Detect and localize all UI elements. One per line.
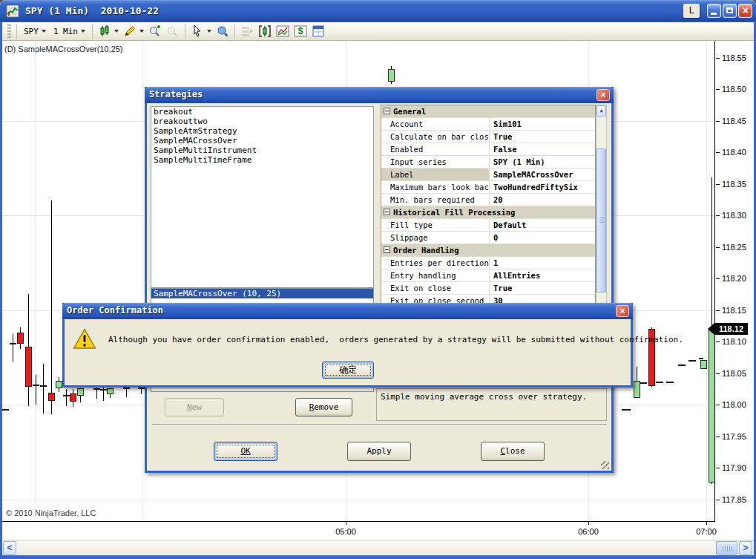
collapse-icon[interactable]: [384, 209, 390, 215]
collapse-icon[interactable]: [384, 246, 390, 253]
property-row[interactable]: EnabledFalse: [381, 143, 595, 156]
close-icon[interactable]: ×: [616, 305, 629, 317]
cursor-icon: [191, 24, 204, 38]
available-strategies-list[interactable]: breakoutbreakouttwoSampleAtmStrategySamp…: [151, 106, 374, 288]
property-row[interactable]: LabelSampleMACrossOver: [381, 169, 595, 181]
divider: [152, 424, 606, 425]
magnifier-icon: [216, 24, 229, 38]
toolbar-separator: [16, 24, 17, 39]
last-price-marker: 118.12: [708, 323, 748, 335]
candle-doji: [93, 388, 100, 390]
property-row[interactable]: Input seriesSPY (1 Min): [381, 156, 595, 169]
candle-wick: [43, 364, 44, 413]
chevron-down-icon: [81, 30, 85, 33]
property-row[interactable]: Slippage0: [381, 232, 595, 244]
ma-line-dash: [640, 382, 647, 384]
category-label: Order Handling: [393, 246, 459, 255]
data-box-button[interactable]: [214, 23, 231, 39]
scroll-up-button[interactable]: ▲: [596, 105, 606, 117]
strategy-list-item[interactable]: SampleMultiInstrument: [151, 146, 373, 155]
close-icon[interactable]: ×: [596, 89, 610, 101]
strategy-list-item[interactable]: SampleMultiTimeFrame: [151, 155, 373, 165]
remove-button[interactable]: Remove: [295, 398, 352, 416]
property-category-row[interactable]: Order Handling: [381, 244, 595, 257]
strategies-dialog-titlebar[interactable]: Strategies ×: [145, 87, 614, 103]
property-value: Sim101: [490, 118, 595, 130]
minimize-button[interactable]: [707, 4, 721, 18]
property-label: Calculate on bar clos: [381, 131, 490, 143]
ma-line-dash: [656, 382, 663, 383]
close-button[interactable]: Close: [481, 442, 545, 461]
candle-down: [70, 393, 76, 402]
scroll-left-button[interactable]: <: [3, 541, 16, 555]
drawing-tools-button[interactable]: [121, 23, 146, 39]
cursor-tool-button[interactable]: [188, 23, 214, 39]
indicators-icon: [276, 24, 289, 38]
chart-trader-button[interactable]: [238, 23, 256, 39]
interval-label: 1 Min: [53, 27, 78, 36]
candle-up: [56, 381, 62, 388]
price-tick-label: 118.20: [722, 274, 746, 283]
scrollbar-thumb[interactable]: [716, 541, 737, 555]
new-button[interactable]: New: [165, 398, 224, 416]
chart-style-button[interactable]: [96, 23, 121, 39]
order-dialog-titlebar[interactable]: Order Confirmation ×: [62, 303, 633, 319]
toolbar-grip[interactable]: [7, 24, 11, 38]
property-value: Default: [490, 219, 595, 231]
ok-button[interactable]: OK: [214, 442, 277, 461]
thumb-grip-icon: [723, 546, 732, 552]
last-price-label: 118.12: [714, 323, 748, 335]
property-category-row[interactable]: Historical Fill Processing: [381, 206, 595, 219]
property-row[interactable]: Calculate on bar closTrue: [381, 131, 595, 143]
collapse-icon[interactable]: [384, 108, 390, 114]
confirm-ok-button[interactable]: 确定: [322, 362, 374, 379]
strategy-list-item[interactable]: breakouttwo: [151, 117, 373, 126]
ok-button-label: OK: [214, 442, 277, 460]
configured-strategy-item[interactable]: SampleMACrossOver (10, 25): [151, 289, 373, 298]
account-data-button[interactable]: $: [292, 23, 309, 39]
property-row[interactable]: Entries per direction1: [381, 257, 595, 269]
bars-panel-button[interactable]: [256, 23, 274, 39]
strategy-list-item[interactable]: SampleAtmStrategy: [151, 126, 373, 136]
svg-text:$: $: [298, 26, 303, 36]
interval-dropdown[interactable]: 1 Min: [50, 25, 89, 38]
property-row[interactable]: Exit on closeTrue: [381, 282, 595, 295]
time-axis[interactable]: 05:0006:0007:00: [2, 521, 715, 540]
toolbar-separator: [234, 24, 235, 39]
properties-button[interactable]: [309, 23, 327, 39]
instrument-dropdown[interactable]: SPY: [20, 25, 50, 38]
zoom-in-button[interactable]: [146, 23, 164, 39]
property-row[interactable]: Min. bars required20: [381, 194, 595, 206]
price-tick: [716, 89, 720, 90]
maximize-button[interactable]: [723, 4, 737, 18]
property-value: SampleMACrossOver: [490, 169, 595, 180]
scrollbar-thumb[interactable]: [596, 148, 606, 292]
close-icon: ×: [739, 4, 752, 17]
property-value: False: [490, 143, 595, 155]
thumb-grip-icon: [599, 218, 605, 223]
resize-grip[interactable]: [601, 461, 609, 469]
property-row[interactable]: Entry handlingAllEntries: [381, 269, 595, 282]
property-row[interactable]: Fill typeDefault: [381, 219, 595, 232]
price-tick: [716, 247, 720, 248]
property-category-row[interactable]: General: [381, 105, 595, 118]
link-button[interactable]: L: [683, 4, 700, 18]
price-axis[interactable]: 118.55118.50118.45118.40118.35118.30118.…: [716, 41, 754, 540]
chevron-down-icon: [139, 30, 144, 33]
candle-up: [700, 360, 707, 370]
strategy-property-grid[interactable]: GeneralAccountSim101Calculate on bar clo…: [381, 105, 596, 311]
maximize-icon: [726, 7, 733, 13]
indicators-button[interactable]: [274, 23, 292, 39]
candle-doji: [100, 389, 107, 390]
scroll-right-button[interactable]: >: [739, 541, 752, 555]
strategy-list-item[interactable]: SampleMACrossOver: [151, 136, 373, 146]
property-row[interactable]: AccountSim101: [381, 118, 595, 131]
price-tick: [716, 58, 720, 59]
window-titlebar[interactable]: SPY (1 Min) 2010-10-22 L ×: [0, 0, 756, 22]
property-row[interactable]: Maximum bars look bacTwoHundredFiftySix: [381, 181, 595, 194]
close-button[interactable]: ×: [738, 4, 752, 18]
apply-button[interactable]: Apply: [347, 442, 411, 461]
candle-wick: [66, 389, 67, 406]
strategy-list-item[interactable]: breakout: [151, 107, 373, 117]
zoom-out-button[interactable]: [164, 23, 182, 39]
